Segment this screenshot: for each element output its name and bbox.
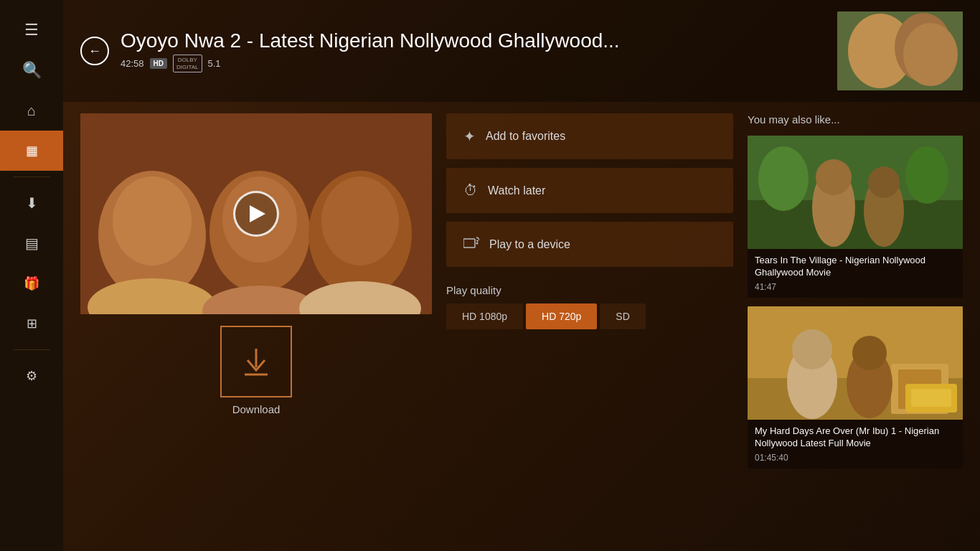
sidebar-item-menu[interactable]: ☰ <box>0 10 63 50</box>
play-to-device-button[interactable]: Play to a device <box>446 222 733 267</box>
favorites-icon: ✦ <box>463 128 476 145</box>
content-area: Download ✦ Add to favorites ⏱ Watch late… <box>63 102 980 551</box>
sidebar-item-mylist[interactable]: ▤ <box>0 223 63 263</box>
dolby-badge: DOLBY DIGITAL <box>173 55 202 72</box>
related-thumb-2 <box>748 306 963 420</box>
download-arrow-icon <box>240 346 272 377</box>
play-icon <box>250 205 265 222</box>
duration-label: 42:58 <box>121 58 144 69</box>
dolby-line2: DIGITAL <box>176 64 199 70</box>
browse-icon: ▦ <box>26 143 38 159</box>
quality-sd-button[interactable]: SD <box>600 303 645 329</box>
related-title-1: Tears In The Village - Nigerian Nollywoo… <box>755 255 956 279</box>
download-icon: ⬇ <box>26 194 38 212</box>
related-thumb-1 <box>748 136 963 249</box>
sidebar-item-store[interactable]: ⊞ <box>0 303 63 344</box>
download-section: Download <box>80 326 432 415</box>
sidebar-item-gifts[interactable]: 🎁 <box>0 263 63 303</box>
favorites-label: Add to favorites <box>486 130 565 143</box>
store-icon: ⊞ <box>27 316 37 331</box>
related-duration-2: 01:45:40 <box>755 453 956 463</box>
related-info-2: My Hard Days Are Over (Mr Ibu) 1 - Niger… <box>748 420 963 468</box>
watch-later-button[interactable]: ⏱ Watch later <box>446 168 733 213</box>
quality-hd720-button[interactable]: HD 720p <box>526 303 597 329</box>
play-button[interactable] <box>233 191 279 237</box>
header-info: Oyoyo Nwa 2 - Latest Nigerian Nollywood … <box>121 29 826 72</box>
play-quality-section: Play quality HD 1080p HD 720p SD <box>446 284 733 329</box>
related-video-2[interactable]: My Hard Days Are Over (Mr Ibu) 1 - Niger… <box>748 306 963 468</box>
clock-icon: ⏱ <box>463 182 478 199</box>
add-to-favorites-button[interactable]: ✦ Add to favorites <box>446 113 733 159</box>
quality-hd1080-button[interactable]: HD 1080p <box>446 303 523 329</box>
settings-icon: ⚙ <box>26 368 37 384</box>
download-label: Download <box>232 403 281 415</box>
svg-rect-18 <box>463 239 475 248</box>
cast-icon <box>463 236 479 253</box>
download-button[interactable] <box>220 326 292 397</box>
sidebar-divider <box>13 176 51 177</box>
sidebar: ☰ 🔍 ⌂ ▦ ⬇ ▤ 🎁 ⊞ ⚙ <box>0 0 63 551</box>
audio-label: 5.1 <box>208 58 221 69</box>
sidebar-divider-2 <box>13 349 51 350</box>
related-duration-1: 41:47 <box>755 282 956 292</box>
play-quality-label: Play quality <box>446 284 733 296</box>
related-title-2: My Hard Days Are Over (Mr Ibu) 1 - Niger… <box>755 425 956 450</box>
video-preview <box>80 113 432 314</box>
dolby-line1: DOLBY <box>178 57 197 63</box>
video-background <box>80 113 432 314</box>
sidebar-item-settings[interactable]: ⚙ <box>0 356 63 396</box>
sidebar-item-search[interactable]: 🔍 <box>0 50 63 90</box>
gift-icon: 🎁 <box>24 276 39 291</box>
back-icon: ← <box>88 44 101 59</box>
menu-icon: ☰ <box>24 21 39 39</box>
search-icon: 🔍 <box>22 61 42 80</box>
main-content: ← Oyoyo Nwa 2 - Latest Nigerian Nollywoo… <box>63 0 980 551</box>
svg-rect-39 <box>748 306 963 420</box>
header: ← Oyoyo Nwa 2 - Latest Nigerian Nollywoo… <box>63 0 980 102</box>
related-video-1[interactable]: Tears In The Village - Nigerian Nollywoo… <box>748 136 963 298</box>
page-title: Oyoyo Nwa 2 - Latest Nigerian Nollywood … <box>121 29 826 52</box>
left-panel: Download <box>80 113 432 540</box>
svg-rect-28 <box>748 136 963 249</box>
svg-point-19 <box>476 242 479 245</box>
you-may-like-label: You may also like... <box>748 113 963 126</box>
header-thumbnail <box>837 11 963 90</box>
related-info-1: Tears In The Village - Nigerian Nollywoo… <box>748 249 963 298</box>
middle-panel: ✦ Add to favorites ⏱ Watch later Play to… <box>446 113 733 540</box>
sidebar-item-downloads[interactable]: ⬇ <box>0 183 63 223</box>
home-icon: ⌂ <box>27 103 36 119</box>
header-meta: 42:58 HD DOLBY DIGITAL 5.1 <box>121 55 826 72</box>
svg-point-4 <box>903 23 958 86</box>
hd-badge: HD <box>150 58 167 69</box>
watch-later-label: Watch later <box>488 184 545 197</box>
quality-buttons: HD 1080p HD 720p SD <box>446 303 733 329</box>
play-device-label: Play to a device <box>489 238 570 251</box>
list-icon: ▤ <box>25 235 39 252</box>
right-panel: You may also like... <box>748 113 963 540</box>
back-button[interactable]: ← <box>80 37 109 65</box>
sidebar-item-browse[interactable]: ▦ <box>0 131 63 171</box>
header-thumb-image <box>837 11 963 90</box>
sidebar-item-home[interactable]: ⌂ <box>0 90 63 131</box>
